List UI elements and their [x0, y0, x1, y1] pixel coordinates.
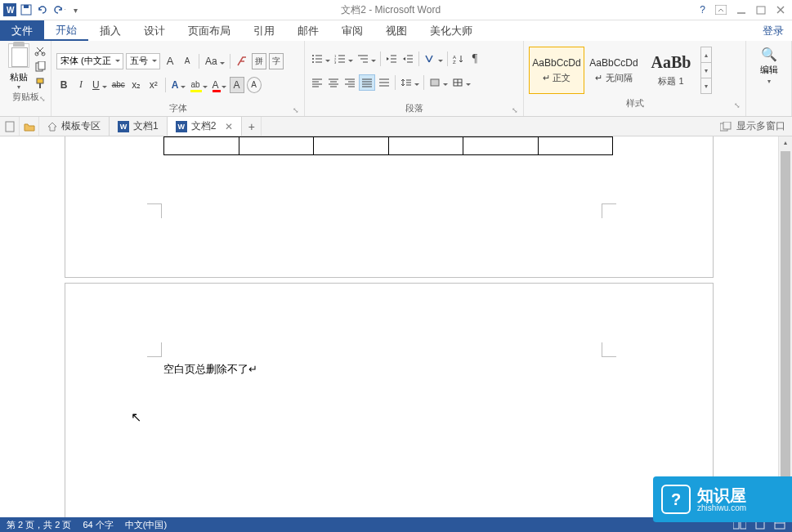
- find-icon[interactable]: 🔍: [761, 47, 777, 62]
- strikethrough-button[interactable]: abc: [110, 77, 127, 93]
- help-icon[interactable]: ?: [700, 4, 705, 16]
- decrease-indent-button[interactable]: [384, 51, 399, 67]
- highlight-button[interactable]: ab: [189, 77, 208, 93]
- subscript-button[interactable]: x₂: [129, 77, 144, 93]
- char-shading-button[interactable]: A: [230, 77, 244, 93]
- font-launcher-icon[interactable]: ⤡: [293, 106, 299, 114]
- ribbon-tabs: 文件 开始 插入 设计 页面布局 引用 邮件 审阅 视图 美化大师 登录: [0, 20, 792, 41]
- scroll-thumb[interactable]: [781, 151, 790, 504]
- format-painter-icon[interactable]: [34, 78, 46, 89]
- bold-button[interactable]: B: [56, 77, 71, 93]
- shading-button[interactable]: [427, 74, 449, 91]
- close-icon[interactable]: [776, 5, 785, 15]
- page-2[interactable]: 空白页总删除不了↵: [65, 284, 713, 517]
- grow-font-button[interactable]: A: [163, 53, 177, 69]
- font-color-button[interactable]: A: [211, 77, 227, 93]
- page-corner: [602, 342, 616, 357]
- align-left-button[interactable]: [310, 74, 324, 91]
- numbering-button[interactable]: 123: [333, 51, 354, 67]
- phonetic-guide-button[interactable]: 拼: [252, 53, 266, 69]
- svg-rect-62: [431, 79, 439, 86]
- tab-doc1[interactable]: W 文档1: [110, 117, 168, 136]
- paste-button[interactable]: 粘贴 ▾: [5, 43, 33, 91]
- font-name-select[interactable]: 宋体 (中文正: [56, 53, 123, 69]
- tab-beautify[interactable]: 美化大师: [418, 20, 484, 41]
- status-page[interactable]: 第 2 页，共 2 页: [7, 519, 71, 531]
- bullets-button[interactable]: [310, 51, 331, 67]
- style-heading1[interactable]: AaBb 标题 1: [643, 47, 699, 94]
- char-border-button[interactable]: 字: [269, 53, 284, 69]
- undo-icon[interactable]: [52, 3, 65, 16]
- document-area: 空白页总删除不了↵ ↖ ▴ ▾: [0, 136, 792, 517]
- align-distribute-button[interactable]: [377, 74, 392, 91]
- svg-point-17: [312, 58, 314, 60]
- multi-window-icon[interactable]: [720, 122, 732, 132]
- para-launcher-icon[interactable]: ⤡: [512, 106, 518, 114]
- align-justify-button[interactable]: [359, 74, 375, 91]
- page-1[interactable]: [65, 136, 713, 277]
- status-words[interactable]: 64 个字: [83, 519, 113, 531]
- shrink-font-button[interactable]: A: [180, 53, 195, 69]
- multi-window-label[interactable]: 显示多窗口: [736, 119, 785, 133]
- tab-mailings[interactable]: 邮件: [286, 20, 330, 41]
- login-link[interactable]: 登录: [754, 20, 792, 41]
- tab-references[interactable]: 引用: [242, 20, 286, 41]
- table[interactable]: [163, 136, 613, 155]
- save-icon[interactable]: [20, 3, 33, 16]
- align-center-button[interactable]: [326, 74, 341, 91]
- style-normal[interactable]: AaBbCcDd ↵ 正文: [529, 47, 584, 94]
- group-font: 宋体 (中文正 五号 A A Aa 拼 字 B I U abc x₂ x² A: [51, 41, 305, 116]
- group-clipboard: 粘贴 ▾ 剪贴板⤡: [0, 41, 51, 116]
- text-effects-button[interactable]: A: [170, 77, 187, 93]
- new-doc-icon[interactable]: [0, 117, 20, 136]
- svg-line-37: [429, 56, 432, 62]
- title-bar: W ▾ 文档2 - Microsoft Word ?: [0, 0, 792, 20]
- ribbon-display-icon[interactable]: [715, 5, 727, 15]
- borders-button[interactable]: [450, 74, 472, 91]
- body-text[interactable]: 空白页总删除不了↵: [163, 362, 257, 377]
- tab-insert[interactable]: 插入: [88, 20, 132, 41]
- style-scroll[interactable]: ▴▾▾: [700, 47, 712, 94]
- ribbon: 粘贴 ▾ 剪贴板⤡ 宋体 (中文正 五号 A A Aa 拼: [0, 41, 792, 117]
- tab-design[interactable]: 设计: [132, 20, 177, 41]
- line-spacing-button[interactable]: [399, 74, 420, 91]
- clear-format-button[interactable]: [235, 53, 249, 69]
- styles-launcher-icon[interactable]: ⤡: [734, 101, 741, 110]
- maximize-icon[interactable]: [756, 5, 766, 15]
- underline-button[interactable]: U: [91, 77, 108, 93]
- copy-icon[interactable]: [34, 61, 46, 73]
- close-tab-icon[interactable]: ✕: [225, 121, 233, 132]
- tab-review[interactable]: 审阅: [330, 20, 374, 41]
- increase-indent-button[interactable]: [400, 51, 415, 67]
- home-icon: [47, 122, 57, 132]
- align-right-button[interactable]: [342, 74, 357, 91]
- enclose-char-button[interactable]: A: [247, 77, 262, 93]
- paste-icon: [8, 43, 29, 68]
- tab-doc2[interactable]: W 文档2 ✕: [168, 117, 243, 136]
- tab-home[interactable]: 开始: [44, 20, 88, 41]
- tab-layout[interactable]: 页面布局: [177, 20, 242, 41]
- tab-templates[interactable]: 模板专区: [39, 117, 110, 136]
- status-language[interactable]: 中文(中国): [125, 519, 167, 531]
- superscript-button[interactable]: x²: [146, 77, 161, 93]
- clipboard-launcher-icon[interactable]: ⤡: [39, 95, 46, 103]
- italic-button[interactable]: I: [74, 77, 88, 93]
- redo-icon[interactable]: [36, 3, 49, 16]
- scroll-up-icon[interactable]: ▴: [779, 136, 792, 148]
- minimize-icon[interactable]: [736, 5, 746, 15]
- sort-button[interactable]: AZ: [451, 51, 466, 67]
- qat-customize-icon[interactable]: ▾: [69, 3, 82, 16]
- tab-view[interactable]: 视图: [374, 20, 418, 41]
- vertical-scrollbar[interactable]: ▴ ▾: [778, 136, 792, 517]
- cut-icon[interactable]: [34, 45, 46, 56]
- show-marks-button[interactable]: ¶: [468, 51, 482, 67]
- font-size-select[interactable]: 五号: [126, 53, 160, 69]
- multilevel-button[interactable]: [356, 51, 377, 67]
- change-case-button[interactable]: Aa: [204, 53, 226, 69]
- add-tab-button[interactable]: +: [242, 117, 262, 136]
- tab-file[interactable]: 文件: [0, 20, 44, 41]
- style-nospacing[interactable]: AaBbCcDd ↵ 无间隔: [586, 47, 642, 94]
- word-doc-icon: W: [118, 121, 129, 132]
- open-folder-icon[interactable]: [20, 117, 39, 136]
- asian-layout-button[interactable]: [423, 51, 444, 67]
